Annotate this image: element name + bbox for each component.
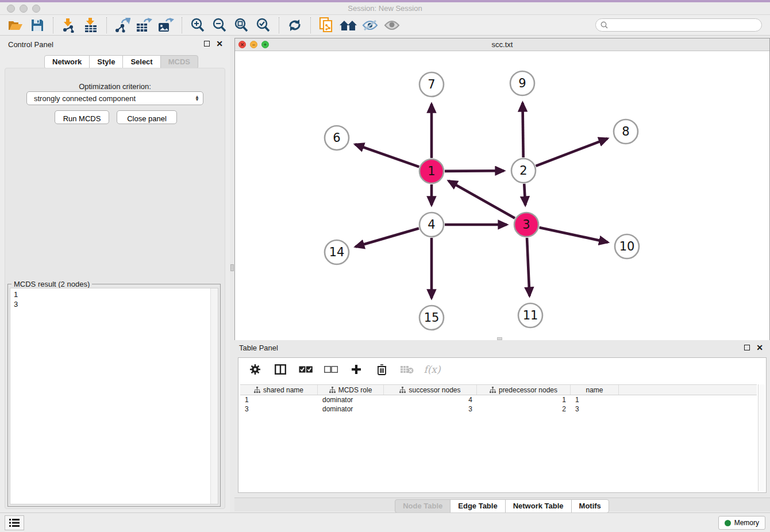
cell-predecessor-nodes[interactable]: 2: [477, 404, 571, 414]
column-header-shared-name[interactable]: shared name: [240, 385, 318, 395]
delete-table-button[interactable]: [398, 361, 415, 377]
graph-node-4[interactable]: 4: [419, 213, 444, 237]
criterion-dropdown[interactable]: strongly connected component ▲▼: [26, 91, 203, 105]
zoom-fit-icon: [234, 18, 249, 33]
apply-layout-button[interactable]: [337, 17, 359, 34]
network-window-titlebar[interactable]: ✕ − + scc.txt: [235, 38, 769, 51]
import-network-button[interactable]: [58, 17, 80, 34]
export-network-icon: [114, 18, 130, 33]
open-session-button[interactable]: [5, 17, 26, 34]
task-history-button[interactable]: [5, 515, 24, 530]
edge-2-8[interactable]: [536, 138, 607, 166]
network-resize-handle[interactable]: [497, 337, 502, 340]
table-row-1[interactable]: 3dominator323: [240, 404, 757, 414]
run-mcds-button[interactable]: Run MCDS: [55, 110, 109, 124]
table-tab-edge-table[interactable]: Edge Table: [450, 499, 505, 513]
edge-3-10[interactable]: [539, 228, 607, 242]
column-header-name[interactable]: name: [571, 385, 619, 395]
splitter-grip[interactable]: [230, 264, 234, 271]
close-table-panel-icon[interactable]: ✕: [756, 345, 763, 350]
cell-shared-name[interactable]: 1: [240, 395, 318, 404]
zoom-fit-button[interactable]: [230, 17, 252, 34]
graph-node-7[interactable]: 7: [419, 72, 444, 97]
network-canvas[interactable]: 7968124314101511: [235, 51, 769, 340]
close-panel-icon[interactable]: ✕: [216, 41, 223, 47]
tab-style[interactable]: Style: [89, 55, 123, 69]
graph-node-3[interactable]: 3: [514, 213, 538, 237]
edge-1-6[interactable]: [355, 144, 419, 167]
search-box[interactable]: [595, 18, 762, 32]
graph-node-15[interactable]: 15: [419, 306, 444, 330]
edge-3-11[interactable]: [527, 238, 529, 296]
graph-node-6[interactable]: 6: [325, 126, 349, 150]
zoom-selected-button[interactable]: [252, 17, 274, 34]
column-header-predecessor-nodes[interactable]: predecessor nodes: [477, 385, 571, 395]
edge-3-1[interactable]: [449, 181, 515, 218]
column-label: name: [586, 386, 603, 394]
column-header-mcds-role[interactable]: MCDS role: [318, 385, 384, 395]
import-table-button[interactable]: [80, 17, 102, 34]
tab-network[interactable]: Network: [44, 55, 90, 69]
cell-shared-name[interactable]: 3: [240, 404, 318, 414]
panel-splitter[interactable]: [230, 36, 234, 512]
show-all-button[interactable]: [381, 17, 403, 34]
unchecked-boxes-icon: [324, 366, 338, 373]
toolbar-separator: [53, 17, 53, 33]
graph-node-10[interactable]: 10: [615, 234, 639, 259]
graph-node-9[interactable]: 9: [510, 71, 534, 95]
memory-button[interactable]: Memory: [718, 516, 765, 530]
tab-mcds[interactable]: MCDS: [160, 55, 198, 69]
export-table-button[interactable]: [133, 17, 155, 34]
graph-node-11[interactable]: 11: [518, 303, 542, 327]
edge-2-9[interactable]: [522, 103, 523, 157]
table-scrollbar[interactable]: [758, 384, 765, 491]
create-column-button[interactable]: [348, 361, 365, 377]
mcds-result-area[interactable]: 1 3: [10, 288, 218, 504]
cell-mcds-role[interactable]: dominator: [318, 404, 384, 414]
network-file-icon: [319, 17, 334, 33]
table-tab-network-table[interactable]: Network Table: [505, 499, 572, 513]
export-network-button[interactable]: [111, 17, 133, 34]
zoom-out-button[interactable]: [209, 17, 230, 34]
float-table-panel-icon[interactable]: [744, 345, 750, 350]
function-builder-button[interactable]: f(x): [424, 361, 441, 377]
new-network-from-selection-button[interactable]: [315, 17, 337, 34]
table-panel: Table Panel ✕: [234, 342, 770, 512]
houses-icon: [339, 19, 357, 32]
save-session-button[interactable]: [26, 17, 48, 34]
column-header-successor-nodes[interactable]: successor nodes: [384, 385, 477, 395]
hide-selection-button[interactable]: [359, 17, 381, 34]
float-panel-icon[interactable]: [204, 41, 210, 47]
table-tab-node-table[interactable]: Node Table: [395, 499, 451, 513]
result-scrollbar[interactable]: [210, 288, 218, 504]
export-image-button[interactable]: [155, 17, 177, 34]
eye-icon: [384, 20, 400, 31]
table-tab-motifs[interactable]: Motifs: [571, 499, 609, 513]
cell-successor-nodes[interactable]: 3: [384, 404, 477, 414]
search-input[interactable]: [611, 21, 757, 29]
table-settings-button[interactable]: [247, 361, 264, 377]
control-tabs: NetworkStyleSelectMCDS: [45, 55, 198, 69]
delete-column-button[interactable]: [373, 361, 390, 377]
graph-node-8[interactable]: 8: [614, 119, 638, 144]
cell-name[interactable]: 3: [571, 404, 619, 414]
graph-node-1[interactable]: 1: [419, 159, 444, 183]
select-all-button[interactable]: [297, 361, 314, 377]
refresh-button[interactable]: [284, 17, 306, 34]
graph-node-2[interactable]: 2: [511, 159, 536, 183]
tab-select[interactable]: Select: [122, 55, 160, 69]
cell-mcds-role[interactable]: dominator: [318, 395, 384, 404]
edge-2-3[interactable]: [524, 184, 525, 205]
edge-4-14[interactable]: [356, 228, 419, 246]
cell-name[interactable]: 1: [571, 395, 619, 404]
graph-node-14[interactable]: 14: [325, 240, 349, 264]
cell-successor-nodes[interactable]: 4: [384, 395, 477, 404]
svg-text:2: 2: [519, 164, 527, 178]
deselect-all-button[interactable]: [322, 361, 340, 377]
zoom-in-button[interactable]: [187, 17, 209, 34]
close-panel-button[interactable]: Close panel: [117, 110, 177, 124]
cell-predecessor-nodes[interactable]: 1: [477, 395, 571, 404]
table-row-0[interactable]: 1dominator411: [240, 395, 757, 404]
show-column-panel-button[interactable]: [272, 361, 289, 377]
edge-1-2[interactable]: [445, 171, 504, 171]
